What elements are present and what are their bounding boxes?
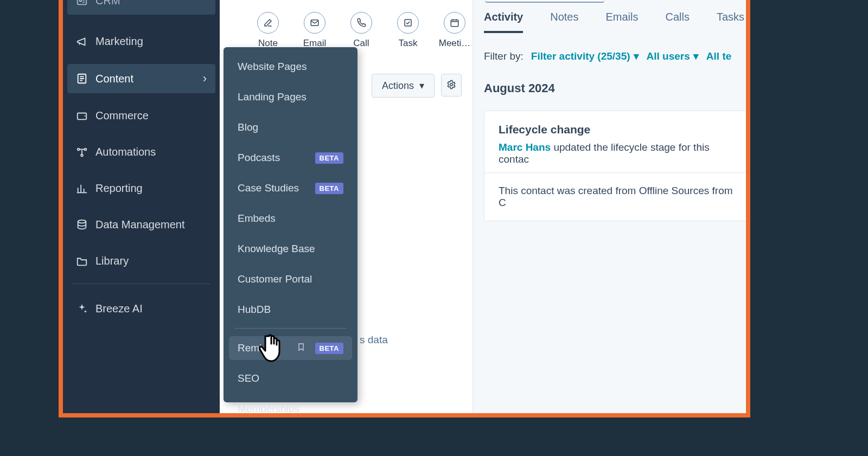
tab-activity[interactable]: Activity — [484, 11, 523, 33]
bar-chart-icon — [76, 183, 88, 195]
phone-icon — [350, 12, 372, 34]
svg-point-6 — [81, 154, 83, 156]
timeline-card[interactable]: This contact was created from Offline So… — [484, 172, 750, 221]
submenu-label: Memberships — [238, 403, 299, 415]
activity-tabs: Activity Notes Emails Calls Tasks — [484, 11, 744, 33]
svg-point-1 — [79, 0, 81, 1]
submenu-label: Knowledge Base — [238, 243, 315, 255]
nav-list: CRM Marketing Content › Commerce — [63, 0, 220, 275]
svg-point-5 — [85, 148, 87, 150]
submenu-label: HubDB — [238, 304, 271, 316]
sidebar-item-content[interactable]: Content › — [67, 64, 215, 93]
sidebar-item-breeze-ai[interactable]: Breeze AI — [67, 295, 215, 323]
actions-dropdown[interactable]: Actions ▾ — [372, 74, 435, 98]
beta-badge: BETA — [315, 343, 343, 354]
submenu-label: SEO — [238, 372, 259, 384]
sidebar-item-automations[interactable]: Automations — [67, 138, 215, 166]
date-heading: August 2024 — [484, 81, 555, 95]
submenu-label: Customer Portal — [238, 273, 312, 285]
beta-badge: BETA — [315, 152, 343, 164]
tab-emails[interactable]: Emails — [606, 11, 639, 33]
filter-row: Filter by: Filter activity (25/35) ▾ All… — [484, 50, 731, 62]
submenu-label: Blog — [238, 121, 258, 133]
submenu-landing-pages[interactable]: Landing Pages — [229, 85, 352, 109]
gear-icon — [446, 80, 456, 91]
nav-label: Marketing — [95, 35, 143, 48]
nav-label: Content — [95, 73, 133, 85]
svg-rect-0 — [78, 0, 87, 4]
filter-text: Filter activity (25/35) — [531, 50, 630, 62]
action-task[interactable]: Task — [392, 12, 424, 49]
settings-button[interactable] — [441, 74, 462, 97]
calendar-icon — [444, 12, 465, 34]
submenu-knowledge-base[interactable]: Knowledge Base — [229, 237, 352, 261]
filter-teams-dropdown[interactable]: All te — [706, 50, 731, 62]
submenu-case-studies[interactable]: Case Studies BETA — [229, 176, 352, 200]
card-text: Marc Hans updated the lifecycle stage fo… — [499, 142, 740, 165]
filter-text: All users — [647, 50, 690, 62]
task-icon — [397, 12, 419, 34]
submenu-label: Embeds — [238, 213, 276, 224]
sidebar-item-reporting[interactable]: Reporting — [67, 175, 215, 202]
svg-point-14 — [450, 83, 453, 86]
submenu-remix[interactable]: Remi BETA — [229, 336, 352, 360]
card-text: This contact was created from Offline So… — [499, 185, 740, 209]
card-title: Lifecycle change — [499, 123, 740, 136]
nav-label: Breeze AI — [95, 303, 143, 315]
filter-label: Filter by: — [484, 50, 524, 62]
submenu-label: Website Pages — [238, 61, 307, 73]
content-submenu: Website Pages Landing Pages Blog Podcast… — [224, 47, 358, 402]
action-label: Meeti… — [439, 38, 471, 49]
timeline-card[interactable]: Lifecycle change Marc Hans updated the l… — [484, 111, 750, 178]
email-icon — [304, 12, 326, 34]
app-frame: CRM Marketing Content › Commerce — [59, 0, 750, 418]
chevron-right-icon: › — [203, 72, 207, 86]
submenu-label: Remi — [238, 342, 261, 354]
background-text-fragment: s data — [360, 334, 388, 346]
svg-rect-9 — [405, 20, 411, 26]
database-icon — [76, 219, 88, 231]
caret-down-icon: ▾ — [693, 50, 699, 62]
filter-users-dropdown[interactable]: All users ▾ — [647, 50, 699, 62]
submenu-embeds[interactable]: Embeds — [229, 207, 352, 230]
action-note[interactable]: Note — [252, 12, 284, 49]
nav-label: Data Management — [95, 219, 185, 231]
beta-badge: BETA — [315, 183, 343, 194]
filter-activity-dropdown[interactable]: Filter activity (25/35) ▾ — [531, 50, 639, 62]
sidebar-item-crm[interactable]: CRM — [67, 0, 215, 15]
action-meeting[interactable]: Meeti… — [439, 12, 470, 49]
submenu-podcasts[interactable]: Podcasts BETA — [229, 146, 352, 170]
tab-tasks[interactable]: Tasks — [717, 11, 744, 33]
submenu-website-pages[interactable]: Website Pages — [229, 55, 352, 79]
tab-notes[interactable]: Notes — [550, 11, 578, 33]
tab-calls[interactable]: Calls — [666, 11, 690, 33]
caret-down-icon: ▾ — [634, 50, 639, 62]
svg-point-7 — [78, 220, 86, 223]
activity-panel: Search activities Activity Notes Emails … — [473, 0, 750, 413]
submenu-label: Podcasts — [238, 152, 280, 164]
submenu-blog[interactable]: Blog — [229, 115, 352, 139]
sidebar-item-marketing[interactable]: Marketing — [67, 28, 215, 55]
search-activities-input[interactable]: Search activities — [485, 0, 604, 3]
svg-point-4 — [78, 148, 80, 150]
submenu-divider — [234, 328, 347, 329]
button-label: Actions — [382, 80, 414, 92]
sidebar-item-library[interactable]: Library — [67, 247, 215, 275]
sidebar-item-data-management[interactable]: Data Management — [67, 211, 215, 239]
nodes-icon — [76, 146, 88, 158]
submenu-memberships[interactable]: Memberships — [229, 397, 352, 418]
submenu-label: Case Studies — [238, 182, 299, 194]
sidebar-item-commerce[interactable]: Commerce — [67, 102, 215, 130]
submenu-hubdb[interactable]: HubDB — [229, 298, 352, 322]
submenu-customer-portal[interactable]: Customer Portal — [229, 267, 352, 291]
sparkle-icon — [76, 303, 88, 315]
action-label: Task — [399, 38, 418, 49]
wallet-icon — [76, 110, 88, 122]
action-email[interactable]: Email — [299, 12, 330, 49]
svg-rect-10 — [451, 20, 458, 27]
submenu-seo[interactable]: SEO — [229, 367, 352, 390]
megaphone-icon — [76, 36, 88, 48]
nav-label: Library — [95, 255, 129, 267]
action-call[interactable]: Call — [346, 12, 377, 49]
user-link[interactable]: Marc Hans — [499, 142, 551, 153]
